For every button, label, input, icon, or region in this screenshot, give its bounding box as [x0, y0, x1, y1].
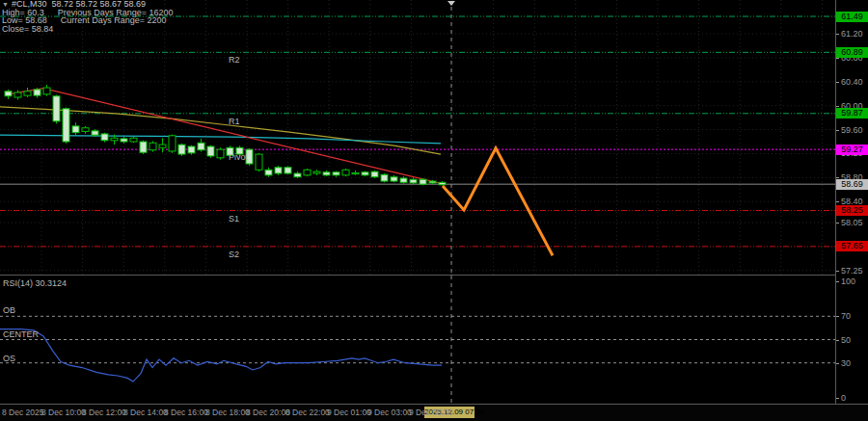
candle: [275, 168, 282, 173]
rsi-scale-label: 0: [841, 393, 846, 403]
candle: [362, 172, 368, 175]
candle: [188, 146, 195, 153]
price-tick-label: 60.40: [841, 77, 863, 87]
candle: [256, 154, 262, 170]
price-tick-label: 58.05: [841, 218, 863, 227]
candle: [342, 170, 349, 175]
rsi-scale-label: 50: [841, 335, 851, 345]
candle: [92, 131, 98, 135]
candle: [352, 172, 359, 173]
price-badge-59-87: 59.87: [836, 108, 868, 118]
candle: [333, 172, 339, 175]
price-tick-label: 57.25: [841, 266, 863, 276]
time-tick-label: 8 Dec 2025: [2, 408, 43, 417]
rsi-scale-label: 100: [841, 276, 855, 286]
time-tick-label: 8 Dec 18:00: [205, 408, 250, 417]
candle: [43, 88, 50, 94]
candle: [429, 181, 436, 183]
candle: [420, 179, 426, 184]
candle: [285, 168, 291, 173]
candle: [236, 147, 243, 154]
candle: [121, 139, 127, 142]
time-tick-label: 9 Dec 03:00: [367, 408, 412, 417]
time-tick-label: 8 Dec 22:00: [285, 408, 330, 417]
main-price-chart[interactable]: [0, 0, 835, 276]
time-axis[interactable]: 2025.12.09 07:00 8 Dec 20258 Dec 10:008 …: [0, 404, 868, 421]
time-tick-label: 9 Dec 01:00: [327, 408, 371, 417]
candle: [53, 96, 60, 121]
rsi-scale-label: 30: [841, 358, 851, 368]
candle: [207, 146, 214, 156]
price-badge-58-25: 58.25: [836, 205, 868, 216]
candle: [198, 143, 204, 149]
rsi-scale-label: 70: [841, 311, 851, 321]
candle: [159, 145, 166, 147]
candle: [24, 92, 31, 95]
candle: [439, 182, 446, 184]
rsi-indicator-chart[interactable]: [0, 276, 835, 403]
price-badge-59-27: 59.27: [836, 145, 868, 155]
candle: [304, 170, 311, 175]
trading-chart-window: ▼#CL,M30 58.72 58.72 58.67 58.69 High= 6…: [0, 0, 868, 421]
price-badge-58-69: 58.69: [836, 179, 868, 190]
price-tick-label: 61.20: [841, 29, 863, 39]
candle: [178, 145, 185, 154]
price-axis[interactable]: 61.2060.8060.4060.0059.6059.2058.8058.40…: [835, 0, 868, 404]
price-tick-label: 59.60: [841, 125, 863, 135]
price-badge-57-65: 57.65: [836, 241, 868, 251]
candle: [169, 136, 176, 151]
candle: [323, 172, 330, 175]
candle: [72, 126, 79, 133]
candle: [111, 138, 118, 140]
time-tick-label: 8 Dec 10:00: [41, 408, 86, 417]
candle: [130, 138, 137, 142]
rsi-line: [0, 329, 442, 382]
price-badge-61-49: 61.49: [836, 12, 868, 22]
candle: [217, 149, 224, 158]
candle: [5, 92, 12, 96]
time-tick-label: 8 Dec 14:00: [123, 408, 168, 417]
candle: [265, 170, 272, 175]
time-tick-label: 9 Dec 05:00: [409, 408, 453, 417]
time-tick-label: 8 Dec 16:00: [164, 408, 208, 417]
candle: [140, 142, 147, 152]
candle: [410, 179, 417, 183]
candle: [246, 149, 253, 164]
candle: [101, 134, 108, 141]
candle: [34, 90, 41, 95]
candle: [313, 171, 320, 173]
candle: [227, 147, 233, 155]
candle: [371, 171, 378, 177]
price-badge-60-89: 60.89: [836, 47, 868, 58]
candle: [391, 177, 397, 181]
candle: [82, 128, 89, 132]
candle: [381, 174, 388, 181]
time-tick-label: 8 Dec 20:00: [246, 408, 290, 417]
candle: [294, 173, 301, 177]
candle: [14, 92, 21, 97]
candle: [400, 178, 407, 182]
candle: [149, 143, 156, 149]
time-tick-label: 8 Dec 12:00: [82, 408, 126, 417]
candle: [63, 109, 69, 142]
time-separator-marker-icon[interactable]: [448, 1, 455, 6]
